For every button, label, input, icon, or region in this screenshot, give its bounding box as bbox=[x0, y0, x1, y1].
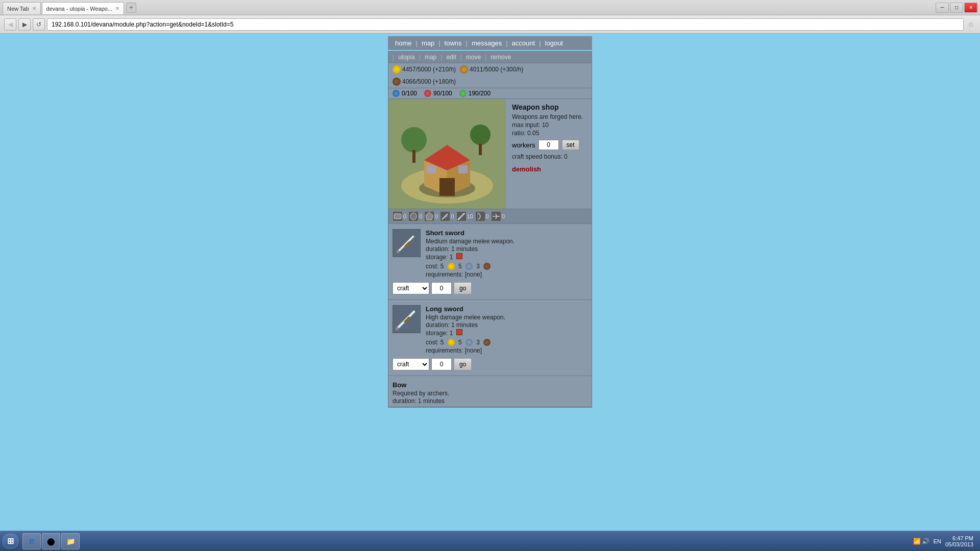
svg-point-33 bbox=[395, 327, 399, 331]
svg-point-15 bbox=[410, 213, 416, 220]
top-navigation: home | map | towns | messages | account … bbox=[388, 36, 592, 50]
demolish-button[interactable]: demolish bbox=[512, 165, 585, 173]
building-svg bbox=[388, 99, 506, 209]
maximize-button[interactable]: □ bbox=[950, 3, 963, 13]
forward-button[interactable]: ▶ bbox=[18, 18, 31, 31]
workers-label: workers bbox=[512, 141, 535, 149]
nav-towns[interactable]: towns bbox=[442, 38, 465, 48]
refresh-button[interactable]: ↺ bbox=[33, 18, 45, 31]
wood-value: 4066/5000 (+180/h) bbox=[402, 78, 456, 85]
tab-game[interactable]: devana - utopia - Weapo... ✕ bbox=[42, 2, 124, 14]
long-sword-cost-gold bbox=[448, 339, 455, 346]
set-workers-button[interactable]: set bbox=[562, 140, 579, 150]
tab-new-close[interactable]: ✕ bbox=[32, 6, 36, 11]
svg-rect-12 bbox=[412, 150, 415, 163]
network-icon: 📶 bbox=[913, 538, 921, 545]
sub-nav-sep-4: | bbox=[485, 54, 486, 61]
population-bar: 0/100 90/100 190/200 bbox=[388, 88, 592, 99]
equip-count-6: 0 bbox=[502, 213, 505, 219]
equip-count-0: 0 bbox=[403, 213, 406, 219]
start-button[interactable]: ⊞ bbox=[3, 534, 18, 548]
equip-icon-sword1[interactable] bbox=[440, 211, 450, 221]
sub-nav-move[interactable]: move bbox=[464, 54, 483, 61]
resources-bar: 4457/5000 (+210/h) 4011/5000 (+300/h) 40… bbox=[388, 63, 592, 88]
equipment-bar: 0 0 0 bbox=[388, 209, 592, 224]
storage-icon bbox=[456, 253, 462, 259]
equip-icon-crossbow[interactable] bbox=[491, 211, 501, 221]
taskbar-time-value: 6:47 PM bbox=[945, 535, 973, 541]
short-sword-qty-input[interactable] bbox=[431, 282, 452, 294]
taskbar-right: 📶 🔊 EN 6:47 PM 05/03/2013 bbox=[913, 535, 977, 547]
long-sword-duration: duration: 1 minutes bbox=[426, 321, 587, 329]
tab-game-label: devana - utopia - Weapo... bbox=[46, 6, 112, 12]
equip-icon-sword2[interactable] bbox=[456, 211, 467, 221]
tab-new[interactable]: New Tab ✕ bbox=[3, 2, 41, 14]
sub-nav-remove[interactable]: remove bbox=[488, 54, 513, 61]
tab-game-close[interactable]: ✕ bbox=[115, 6, 119, 11]
new-tab-button[interactable]: + bbox=[126, 3, 136, 13]
building-max-input: max input: 10 bbox=[512, 121, 585, 129]
nav-account[interactable]: account bbox=[509, 38, 538, 48]
close-button[interactable]: ✕ bbox=[964, 3, 977, 13]
equip-icon-bow[interactable] bbox=[475, 211, 485, 221]
sub-nav-edit[interactable]: edit bbox=[444, 54, 458, 61]
minimize-button[interactable]: ─ bbox=[936, 3, 949, 13]
chrome-icon: ⬤ bbox=[47, 537, 55, 545]
svg-rect-13 bbox=[479, 144, 482, 155]
pop3-icon bbox=[459, 90, 467, 97]
equip-count-3: 0 bbox=[451, 213, 454, 219]
workers-input[interactable] bbox=[538, 140, 559, 150]
nav-logout[interactable]: logout bbox=[542, 38, 566, 48]
sub-nav-map[interactable]: map bbox=[423, 54, 438, 61]
long-sword-craft-select[interactable]: craft salvage bbox=[393, 358, 429, 370]
short-sword-desc: Medium damage melee weapon. bbox=[426, 238, 587, 245]
equip-icon-1[interactable] bbox=[408, 211, 419, 221]
bookmark-icon[interactable]: ☆ bbox=[966, 19, 976, 30]
nav-messages[interactable]: messages bbox=[469, 38, 505, 48]
long-sword-go-button[interactable]: go bbox=[454, 358, 472, 370]
long-sword-cost: cost: 5 5 3 bbox=[426, 339, 587, 346]
taskbar-app-ie[interactable]: e bbox=[22, 533, 41, 549]
nav-sep-5: | bbox=[539, 38, 541, 48]
short-sword-storage: storage: 1 bbox=[426, 253, 587, 261]
long-sword-image bbox=[393, 305, 420, 333]
short-sword-header: Short sword Medium damage melee weapon. … bbox=[393, 229, 587, 278]
short-sword-craft-select[interactable]: craft salvage bbox=[393, 282, 429, 294]
long-sword-qty-input[interactable] bbox=[431, 358, 452, 370]
nav-map[interactable]: map bbox=[419, 38, 437, 48]
start-icon: ⊞ bbox=[7, 536, 14, 546]
nav-home[interactable]: home bbox=[392, 38, 415, 48]
address-bar[interactable] bbox=[47, 18, 964, 31]
game-container: home | map | towns | messages | account … bbox=[388, 34, 592, 410]
svg-rect-14 bbox=[394, 214, 401, 219]
bow-duration: duration: 1 minutes bbox=[393, 397, 587, 405]
long-sword-req: requirements: [none] bbox=[426, 347, 587, 354]
bow-name: Bow bbox=[393, 381, 587, 389]
nav-sep-3: | bbox=[466, 38, 468, 48]
workers-row: workers set bbox=[512, 140, 585, 150]
browser-titlebar: New Tab ✕ devana - utopia - Weapo... ✕ +… bbox=[0, 0, 980, 15]
equip-icon-2[interactable] bbox=[424, 211, 434, 221]
equip-slot-6: 0 bbox=[491, 211, 505, 221]
taskbar-app-files[interactable]: 📁 bbox=[61, 533, 80, 549]
equip-count-4: 10 bbox=[467, 213, 473, 219]
short-sword-image bbox=[393, 229, 420, 257]
back-button[interactable]: ◀ bbox=[4, 18, 16, 31]
equip-icon-0[interactable] bbox=[393, 211, 403, 221]
equip-count-5: 0 bbox=[486, 213, 489, 219]
svg-rect-8 bbox=[427, 165, 436, 173]
sub-nav-sep-3: | bbox=[460, 54, 462, 61]
building-title: Weapon shop bbox=[512, 103, 585, 111]
short-sword-duration: duration: 1 minutes bbox=[426, 245, 587, 253]
pop2-value: 90/100 bbox=[433, 90, 452, 97]
short-sword-go-button[interactable]: go bbox=[454, 282, 472, 294]
volume-icon: 🔊 bbox=[922, 538, 929, 545]
long-sword-details: Long sword High damage melee weapon. dur… bbox=[426, 305, 587, 354]
short-sword-details: Short sword Medium damage melee weapon. … bbox=[426, 229, 587, 278]
building-area: Weapon shop Weapons are forged here. max… bbox=[388, 99, 592, 209]
taskbar-app-chrome[interactable]: ⬤ bbox=[42, 533, 60, 549]
gold-icon bbox=[393, 65, 401, 73]
sub-nav-utopia[interactable]: utopia bbox=[396, 54, 417, 61]
sub-nav-bar: | bbox=[393, 54, 394, 61]
building-ratio: ratio: 0.05 bbox=[512, 130, 585, 137]
